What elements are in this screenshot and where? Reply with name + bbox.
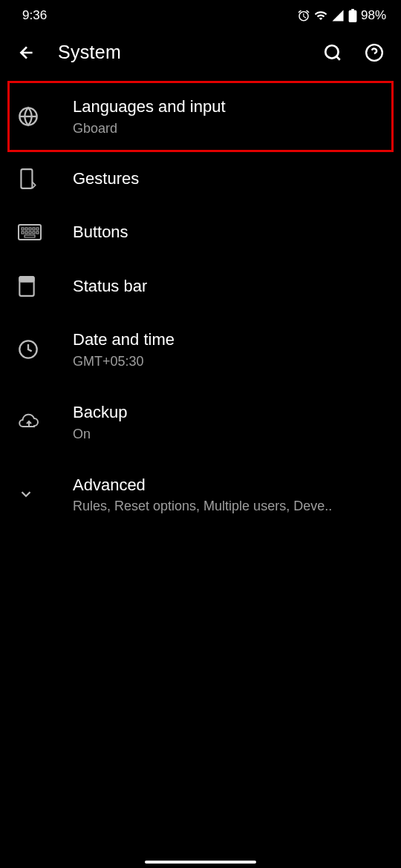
cloud-upload-icon: [18, 412, 53, 433]
item-title: Status bar: [73, 276, 401, 297]
settings-item-status-bar[interactable]: Status bar: [0, 260, 401, 314]
alarm-icon: [297, 9, 310, 22]
help-button[interactable]: [364, 42, 385, 63]
globe-icon: [18, 106, 53, 127]
item-text: Languages and input Gboard: [73, 96, 391, 137]
item-title: Backup: [73, 402, 401, 424]
svg-rect-15: [33, 231, 35, 234]
item-title: Date and time: [73, 329, 401, 351]
svg-rect-19: [19, 277, 33, 281]
item-title: Gestures: [73, 168, 401, 190]
item-title: Languages and input: [73, 96, 391, 118]
app-bar: System: [0, 31, 401, 73]
settings-item-languages-input[interactable]: Languages and input Gboard: [7, 81, 394, 152]
settings-item-gestures[interactable]: Gestures: [0, 152, 401, 206]
item-title: Advanced: [73, 475, 401, 496]
item-text: Status bar: [73, 276, 401, 297]
settings-item-date-time[interactable]: Date and time GMT+05:30: [0, 313, 401, 386]
back-button[interactable]: [16, 42, 37, 63]
keyboard-icon: [18, 222, 53, 243]
clock-icon: [18, 339, 53, 360]
settings-item-advanced[interactable]: Advanced Rules, Reset options, Multiple …: [0, 458, 401, 531]
status-time: 9:36: [15, 8, 47, 23]
wifi-icon: [314, 9, 327, 22]
status-icons: 98%: [297, 8, 386, 23]
item-text: Gestures: [73, 168, 401, 190]
svg-point-0: [325, 45, 338, 58]
chevron-down-icon: [18, 484, 53, 504]
svg-rect-17: [25, 235, 35, 237]
svg-rect-12: [22, 231, 24, 234]
settings-item-backup[interactable]: Backup On: [0, 386, 401, 458]
svg-rect-13: [25, 231, 27, 234]
navigation-bar-handle[interactable]: [145, 861, 256, 864]
search-button[interactable]: [322, 42, 343, 63]
item-text: Buttons: [73, 222, 401, 243]
item-subtitle: Gboard: [73, 121, 391, 137]
svg-rect-9: [29, 228, 31, 230]
settings-list: Languages and input Gboard Gestures: [0, 73, 401, 530]
item-title: Buttons: [73, 222, 401, 243]
svg-rect-11: [36, 228, 39, 230]
item-text: Date and time GMT+05:30: [73, 329, 401, 369]
item-text: Advanced Rules, Reset options, Multiple …: [73, 475, 401, 515]
item-text: Backup On: [73, 402, 401, 442]
svg-rect-16: [36, 231, 39, 234]
svg-rect-5: [21, 169, 32, 188]
svg-rect-10: [33, 228, 35, 230]
statusbar-icon: [18, 276, 53, 297]
signal-icon: [331, 9, 345, 22]
svg-rect-7: [22, 228, 24, 230]
status-bar: 9:36 98%: [0, 0, 401, 31]
settings-item-buttons[interactable]: Buttons: [0, 206, 401, 260]
svg-rect-8: [25, 228, 27, 230]
svg-rect-14: [29, 231, 31, 234]
phone-gesture-icon: [18, 168, 53, 189]
battery-icon: [348, 9, 357, 22]
battery-text: 98%: [361, 8, 386, 23]
item-subtitle: Rules, Reset options, Multiple users, De…: [73, 499, 377, 514]
page-title: System: [58, 42, 301, 63]
item-subtitle: GMT+05:30: [73, 354, 401, 369]
item-subtitle: On: [73, 427, 401, 442]
